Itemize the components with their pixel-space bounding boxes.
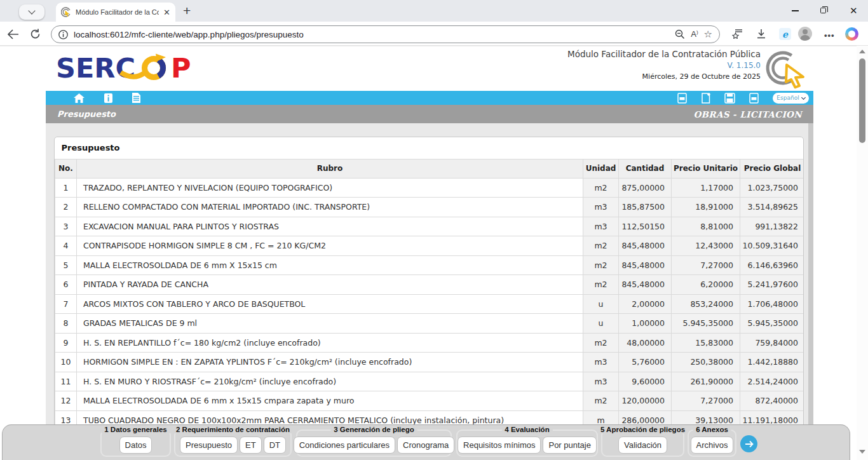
logo-text-p: P <box>171 52 191 83</box>
wizard-group-legend: 3 Generación de pliego <box>330 426 417 433</box>
scroll-down-arrow[interactable] <box>859 450 865 454</box>
scrollbar-thumb[interactable] <box>859 58 865 143</box>
favorite-star-icon[interactable]: ☆ <box>704 29 712 40</box>
arrow-right-icon <box>745 440 754 448</box>
zoom-icon[interactable] <box>675 29 685 39</box>
wizard-group-1: 1 Datos generalesDatos <box>100 430 171 457</box>
table-row: 5 MALLA ELECTROSOLDADA DE 6 mm X 15x15 c… <box>55 255 804 275</box>
tab-search-button[interactable] <box>19 4 44 20</box>
refresh-icon[interactable] <box>30 29 41 39</box>
section-title: Presupuesto <box>46 109 116 119</box>
wizard-button[interactable]: ET <box>240 436 262 454</box>
ie-mode-icon[interactable]: e <box>779 28 791 40</box>
page-scrollbar[interactable] <box>857 46 868 460</box>
app-version: V. 1.15.0 <box>567 61 761 70</box>
copilot-icon[interactable] <box>845 27 858 41</box>
home-icon[interactable] <box>74 93 85 103</box>
logo-text-serc: SERC <box>56 52 135 83</box>
wizard-footer-bar: 1 Datos generalesDatos2 Requerimiento de… <box>2 424 850 460</box>
pdf-export-icon[interactable] <box>749 93 759 104</box>
sercop-logo: SERC P <box>56 51 215 83</box>
settings-more-icon[interactable]: ••• <box>824 30 835 40</box>
wizard-button[interactable]: Datos <box>119 436 153 454</box>
close-button[interactable]: ✕ <box>850 6 858 15</box>
wizard-group-legend: 4 Evaluación <box>501 426 552 433</box>
scroll-up-arrow[interactable] <box>859 50 865 53</box>
download-icon[interactable] <box>756 29 766 39</box>
table-row: 1 TRAZADO, REPLANTEO Y NIVELACION (EQUIP… <box>55 178 804 198</box>
wizard-button[interactable]: Requisitos mínimos <box>458 436 541 454</box>
wizard-button[interactable]: Condiciones particulares <box>294 436 395 454</box>
col-header-unidad: Unidad <box>583 159 619 178</box>
address-bar[interactable]: localhost:6012/mfc-cliente/web/app.php/p… <box>51 25 720 43</box>
content-area: Presupuesto No. Rubro Unidad Cantidad Pr… <box>46 123 813 460</box>
language-select[interactable]: Español <box>773 93 809 104</box>
wizard-group-legend: 5 Aprobación de pliegos <box>597 426 688 433</box>
col-header-no: No. <box>55 159 77 178</box>
content-scrollbar[interactable] <box>808 123 813 460</box>
wizard-button[interactable]: Cronograma <box>397 436 454 454</box>
main-navbar: Español <box>46 91 813 105</box>
chevron-down-icon <box>28 7 35 14</box>
tab-title: Módulo Facilitador de la Contrata <box>76 8 159 16</box>
wizard-group-legend: 1 Datos generales <box>101 426 170 433</box>
table-row: 11 H. S. EN MURO Y RIOSTRASF´c= 210kg/cm… <box>55 372 804 391</box>
table-header-row: No. Rubro Unidad Cantidad Precio Unitari… <box>55 159 804 178</box>
wizard-button[interactable]: DT <box>264 436 286 454</box>
minimize-button[interactable] <box>792 6 799 11</box>
pdf-file-icon[interactable] <box>677 93 687 104</box>
col-header-cantidad: Cantidad <box>619 159 672 178</box>
wizard-button[interactable]: Validación <box>618 436 667 454</box>
mfc-cursor-logo <box>764 49 813 90</box>
tab-close-icon[interactable]: ✕ <box>163 8 170 17</box>
table-caption: Presupuesto <box>55 137 804 159</box>
wizard-group-2: 2 Requerimiento de contrataciónPresupues… <box>174 430 292 457</box>
table-row: 12 MALLA ELECTROSOLDADA DE 6 mm x 15x15 … <box>55 391 804 411</box>
back-icon[interactable] <box>7 29 19 39</box>
table-row: 10 HORMIGON SIMPLE EN : EN ZAPATA YPLINT… <box>55 353 804 372</box>
tab-strip: Módulo Facilitador de la Contrata ✕ + ✕ <box>0 0 868 22</box>
profile-avatar[interactable] <box>798 27 812 41</box>
table-row: 2 RELLENO COMPACTADO CON MATERIAL IMPORT… <box>55 198 804 217</box>
wizard-button[interactable]: Presupuesto <box>180 436 238 454</box>
favicon <box>61 7 71 17</box>
language-value: Español <box>776 95 799 101</box>
app-date: Miércoles, 29 de Octubre de 2025 <box>567 72 761 81</box>
read-aloud-icon[interactable]: A) <box>691 29 698 39</box>
site-info-icon[interactable] <box>58 30 68 39</box>
save-icon[interactable] <box>724 93 735 104</box>
wizard-group-legend: 6 Anexos <box>693 426 731 433</box>
info-icon[interactable] <box>104 93 112 103</box>
wizard-button[interactable]: Archivos <box>691 436 734 454</box>
browser-tab[interactable]: Módulo Facilitador de la Contrata ✕ <box>56 3 175 22</box>
next-step-button[interactable] <box>740 435 757 452</box>
table-row: 6 PINTADA Y RAYADA DE CANCHA m2 845,4800… <box>55 275 804 295</box>
url-text: localhost:6012/mfc-cliente/web/app.php/p… <box>74 30 669 39</box>
wizard-group-3: 3 Generación de pliegoCondiciones partic… <box>296 430 452 457</box>
budget-panel: Presupuesto No. Rubro Unidad Cantidad Pr… <box>54 137 804 460</box>
process-context: OBRAS - LICITACION <box>693 109 813 119</box>
wizard-group-4: 4 EvaluaciónRequisitos mínimosPor puntaj… <box>456 430 598 457</box>
web-page: SERC P Módulo Facilitador de la Contrata… <box>0 46 868 460</box>
col-header-precio-unitario: Precio Unitario <box>672 159 740 178</box>
browser-window: Módulo Facilitador de la Contrata ✕ + ✕ … <box>0 0 868 460</box>
collections-icon[interactable] <box>732 29 743 39</box>
table-row: 7 ARCOS MIXTOS CON TABLERO Y ARCO DE BAS… <box>55 294 804 314</box>
language-chevron-icon <box>801 95 806 99</box>
new-tab-button[interactable]: + <box>183 3 191 18</box>
table-row: 9 H. S. EN REPLANTILLO f´c= 180 kg/cm2 (… <box>55 333 804 353</box>
col-header-precio-global: Precio Global <box>740 159 804 178</box>
budget-table: Presupuesto No. Rubro Unidad Cantidad Pr… <box>55 137 804 430</box>
wizard-group-5: 5 Aprobación de pliegosValidación <box>601 430 684 457</box>
document-icon[interactable] <box>132 93 140 103</box>
app-title: Módulo Facilitador de la Contratación Pú… <box>567 49 761 59</box>
table-row: 4 CONTRAPISODE HORMIGON SIMPLE 8 CM , FC… <box>55 236 804 256</box>
wizard-group-6: 6 AnexosArchivos <box>688 430 736 457</box>
restore-button[interactable] <box>820 6 826 13</box>
document-new-icon[interactable] <box>701 93 710 104</box>
wizard-button[interactable]: Por puntaje <box>543 436 597 454</box>
table-row: 3 EXCAVACION MANUAL PARA PLINTOS Y RIOST… <box>55 217 804 236</box>
table-row: 8 GRADAS METALICAS DE 9 ml u 1,00000 5.9… <box>55 314 804 334</box>
section-bar: Presupuesto OBRAS - LICITACION <box>46 105 813 123</box>
wizard-group-legend: 2 Requerimiento de contratación <box>173 426 293 433</box>
